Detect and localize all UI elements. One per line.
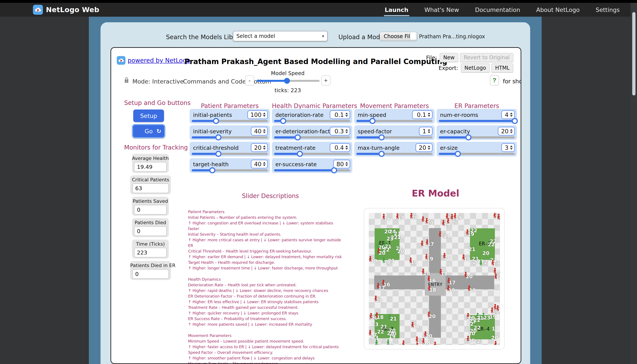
- export-html-button[interactable]: HTML: [491, 64, 513, 72]
- revert-to-original-button[interactable]: Revert to Original: [460, 53, 513, 62]
- slider-thumb[interactable]: [378, 134, 385, 140]
- slider-track[interactable]: [439, 153, 515, 155]
- spinner-arrows-icon[interactable]: [263, 129, 266, 133]
- slider-deterioration-rate[interactable]: deterioration-rate0.1: [272, 109, 352, 124]
- spinner-up-icon[interactable]: [428, 129, 430, 131]
- slider-thumb[interactable]: [213, 118, 219, 124]
- slider-target-health[interactable]: target-health40: [189, 158, 270, 173]
- spinner-arrows-icon[interactable]: [510, 129, 513, 133]
- slider-thumb[interactable]: [280, 118, 286, 124]
- slider-value-input[interactable]: 20: [498, 127, 515, 136]
- slider-thumb[interactable]: [209, 167, 215, 173]
- slider-value-input[interactable]: 3: [501, 143, 515, 152]
- spinner-down-icon[interactable]: [428, 148, 430, 150]
- scrollbar[interactable]: [630, 3, 637, 364]
- slider-track[interactable]: [274, 120, 350, 122]
- speed-slider-thumb[interactable]: [284, 78, 290, 84]
- spinner-arrows-icon[interactable]: [345, 146, 348, 150]
- slider-value-input[interactable]: 40: [251, 127, 268, 136]
- slider-track[interactable]: [274, 153, 350, 155]
- spinner-arrows-icon[interactable]: [510, 146, 513, 150]
- slider-initial-severity[interactable]: initial-severity40: [189, 125, 270, 140]
- spinner-up-icon[interactable]: [510, 129, 513, 131]
- slider-treatment-rate[interactable]: treatment-rate0.4: [272, 142, 352, 156]
- spinner-up-icon[interactable]: [345, 112, 348, 114]
- slider-initial-patients[interactable]: initial-patients100: [189, 109, 270, 124]
- spinner-up-icon[interactable]: [345, 162, 348, 164]
- spinner-up-icon[interactable]: [263, 146, 266, 147]
- slider-thumb[interactable]: [297, 151, 303, 157]
- slider-track[interactable]: [356, 136, 433, 138]
- slider-thumb[interactable]: [331, 167, 337, 173]
- slider-value-input[interactable]: 0.1: [330, 110, 350, 119]
- spinner-down-icon[interactable]: [263, 148, 266, 150]
- spinner-arrows-icon[interactable]: [345, 112, 348, 117]
- nav-link-settings[interactable]: Settings: [596, 6, 620, 13]
- slider-thumb[interactable]: [295, 134, 301, 140]
- slider-value-input[interactable]: 0.3: [330, 127, 350, 136]
- spinner-up-icon[interactable]: [263, 112, 266, 114]
- spinner-arrows-icon[interactable]: [345, 162, 348, 166]
- spinner-down-icon[interactable]: [510, 115, 513, 117]
- spinner-arrows-icon[interactable]: [345, 129, 348, 133]
- slider-track[interactable]: [274, 169, 350, 172]
- spinner-down-icon[interactable]: [345, 115, 348, 117]
- spinner-arrows-icon[interactable]: [263, 162, 266, 166]
- slider-track[interactable]: [356, 120, 433, 122]
- spinner-arrows-icon[interactable]: [428, 129, 430, 133]
- slider-value-input[interactable]: 4: [501, 110, 515, 119]
- scrollbar-thumb[interactable]: [632, 12, 635, 96]
- spinner-arrows-icon[interactable]: [428, 146, 430, 150]
- slider-value-input[interactable]: 80: [333, 160, 350, 168]
- slider-speed-factor[interactable]: speed-factor1: [354, 125, 435, 140]
- nav-link-what-s-new[interactable]: What's New: [424, 6, 459, 13]
- slider-er-size[interactable]: er-size3: [437, 142, 517, 156]
- slider-thumb[interactable]: [512, 118, 518, 124]
- spinner-down-icon[interactable]: [345, 132, 348, 133]
- spinner-arrows-icon[interactable]: [263, 112, 266, 117]
- slider-er-deterioration-factor[interactable]: er-deterioration-factor0.3: [272, 125, 352, 140]
- spinner-arrows-icon[interactable]: [263, 146, 266, 150]
- netlogo-home-link[interactable]: NetLogo Web: [33, 5, 99, 15]
- slider-value-input[interactable]: 1: [419, 127, 433, 136]
- slider-thumb[interactable]: [215, 134, 222, 140]
- spinner-arrows-icon[interactable]: [428, 112, 430, 117]
- slider-track[interactable]: [439, 136, 515, 138]
- speed-increase-button[interactable]: +: [321, 76, 330, 86]
- spinner-up-icon[interactable]: [345, 146, 348, 147]
- slider-track[interactable]: [192, 136, 268, 138]
- spinner-down-icon[interactable]: [510, 148, 513, 150]
- spinner-up-icon[interactable]: [510, 146, 513, 147]
- nav-link-about-netlogo[interactable]: About NetLogo: [536, 6, 580, 13]
- spinner-down-icon[interactable]: [345, 148, 348, 150]
- spinner-up-icon[interactable]: [428, 112, 430, 114]
- nav-link-documentation[interactable]: Documentation: [475, 6, 520, 13]
- setup-button[interactable]: Setup: [133, 110, 164, 122]
- spinner-down-icon[interactable]: [263, 132, 266, 133]
- nav-link-launch[interactable]: Launch: [385, 6, 408, 13]
- slider-er-capacity[interactable]: er-capacity20: [437, 125, 517, 140]
- slider-track[interactable]: [356, 153, 433, 155]
- spinner-up-icon[interactable]: [510, 112, 513, 114]
- spinner-down-icon[interactable]: [428, 115, 430, 117]
- model-select[interactable]: Select a model ▾: [233, 31, 328, 41]
- slider-track[interactable]: [192, 169, 268, 172]
- slider-value-input[interactable]: 20: [251, 143, 268, 152]
- slider-thumb[interactable]: [465, 134, 472, 140]
- slider-value-input[interactable]: 0.1: [412, 110, 433, 119]
- model-speed-slider[interactable]: [257, 80, 320, 82]
- slider-value-input[interactable]: 0.4: [330, 143, 350, 152]
- speed-decrease-button[interactable]: -: [245, 76, 254, 86]
- slider-thumb[interactable]: [455, 151, 461, 157]
- spinner-down-icon[interactable]: [263, 115, 266, 117]
- slider-max-turn-angle[interactable]: max-turn-angle20: [354, 142, 435, 156]
- shortcuts-help-button[interactable]: ?: [490, 75, 499, 86]
- slider-num-er-rooms[interactable]: num-er-rooms4: [437, 109, 517, 124]
- slider-track[interactable]: [439, 120, 515, 122]
- spinner-up-icon[interactable]: [263, 129, 266, 131]
- spinner-up-icon[interactable]: [345, 129, 348, 131]
- spinner-up-icon[interactable]: [428, 146, 430, 147]
- spinner-down-icon[interactable]: [263, 164, 266, 166]
- slider-er-success-rate[interactable]: er-success-rate80: [272, 158, 352, 173]
- er-world-view[interactable]: ENTRYER-1ER-2ER-3ER-41617182020181919192…: [369, 213, 500, 345]
